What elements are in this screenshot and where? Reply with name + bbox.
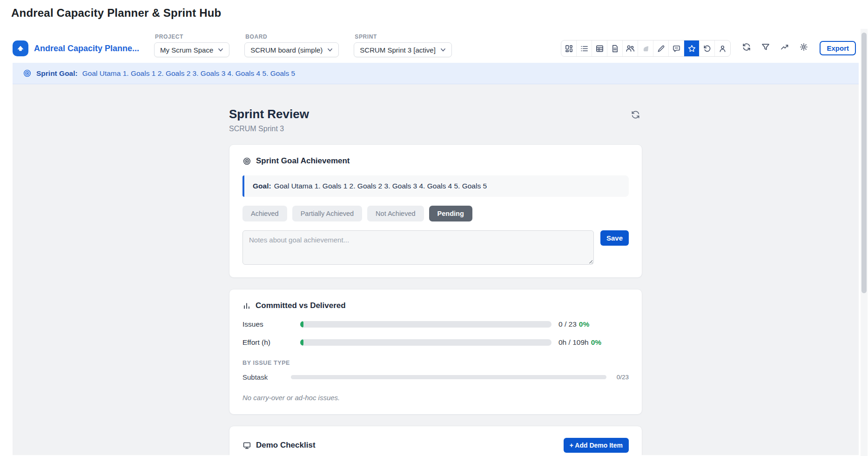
main-content: Sprint Review SCRUM Sprint 3 Sprint Goal… bbox=[13, 84, 859, 455]
table-view-icon[interactable] bbox=[592, 40, 607, 56]
goal-notes-textarea[interactable] bbox=[242, 230, 594, 265]
status-achieved-button[interactable]: Achieved bbox=[242, 206, 287, 221]
review-title: Sprint Review bbox=[229, 107, 309, 121]
effort-percent: 0% bbox=[591, 338, 601, 347]
issues-value: 0 / 23 bbox=[558, 320, 577, 329]
subtask-label: Subtask bbox=[242, 373, 291, 381]
view-icon-group bbox=[561, 40, 731, 57]
project-selector-group: PROJECT My Scrum Space bbox=[154, 34, 229, 57]
subtask-progress-row: Subtask 0/23 bbox=[242, 373, 629, 381]
sprint-goal-banner: Sprint Goal: Goal Utama 1. Goals 1 2. Go… bbox=[13, 63, 859, 84]
document-icon[interactable] bbox=[607, 40, 623, 56]
subtask-value: 0/23 bbox=[617, 374, 629, 381]
page-title: Andreal Capacity Planner & Sprint Hub bbox=[11, 7, 868, 20]
app-logo-icon bbox=[13, 40, 28, 56]
review-header: Sprint Review SCRUM Sprint 3 bbox=[229, 107, 642, 133]
history-undo-icon[interactable] bbox=[700, 40, 715, 56]
sprint-goal-achievement-card: Sprint Goal Achievement Goal:Goal Utama … bbox=[229, 144, 642, 278]
app-toolbar: Andreal Capacity Planne... PROJECT My Sc… bbox=[13, 34, 856, 63]
goal-notes-row: Save bbox=[242, 230, 629, 265]
save-button[interactable]: Save bbox=[600, 230, 629, 246]
review-refresh-icon[interactable] bbox=[629, 108, 642, 121]
filter-icon[interactable] bbox=[761, 42, 770, 52]
comment-icon[interactable] bbox=[669, 40, 684, 56]
export-button[interactable]: Export bbox=[820, 41, 856, 55]
sprint-selector-group: SPRINT SCRUM Sprint 3 [active] bbox=[354, 34, 452, 57]
sprint-goal-text: Goal Utama 1. Goals 1 2. Goals 2 3. Goal… bbox=[82, 69, 296, 78]
brand-name: Andreal Capacity Planne... bbox=[34, 44, 139, 54]
edit-pencil-icon[interactable] bbox=[653, 40, 669, 56]
target-icon bbox=[23, 69, 32, 78]
trend-chart-icon[interactable] bbox=[780, 42, 789, 52]
sprint-select[interactable]: SCRUM Sprint 3 [active] bbox=[354, 42, 452, 57]
chevron-down-icon bbox=[218, 47, 223, 53]
toolbar-icons: Export bbox=[561, 40, 856, 57]
scrollbar-thumb[interactable] bbox=[861, 33, 867, 293]
person-icon[interactable] bbox=[715, 40, 730, 56]
committed-card-title: Committed vs Delivered bbox=[256, 301, 346, 310]
settings-gear-icon[interactable] bbox=[799, 42, 808, 52]
sprint-select-value: SCRUM Sprint 3 [active] bbox=[360, 46, 436, 54]
project-label: PROJECT bbox=[155, 34, 229, 40]
goal-quote-box: Goal:Goal Utama 1. Goals 1 2. Goals 2 3.… bbox=[242, 175, 629, 197]
goal-card-title: Sprint Goal Achievement bbox=[256, 156, 350, 166]
chevron-down-icon bbox=[327, 47, 333, 53]
brand[interactable]: Andreal Capacity Planne... bbox=[13, 40, 139, 56]
issues-percent: 0% bbox=[579, 320, 589, 329]
secondary-icons bbox=[742, 42, 808, 52]
star-favorite-icon[interactable] bbox=[684, 40, 700, 56]
effort-progress-row: Effort (h) 0h / 109h 0% bbox=[242, 338, 629, 347]
dashboard-grid-icon[interactable] bbox=[561, 40, 577, 56]
goal-text: Goal Utama 1. Goals 1 2. Goals 2 3. Goal… bbox=[274, 182, 487, 190]
monitor-icon bbox=[242, 441, 251, 450]
by-issue-type-label: BY ISSUE TYPE bbox=[242, 360, 629, 366]
board-select[interactable]: SCRUM board (simple) bbox=[244, 42, 339, 57]
demo-card-title: Demo Checklist bbox=[256, 441, 316, 450]
goal-label: Goal: bbox=[253, 182, 271, 190]
carryover-empty-note: No carry-over or ad-hoc issues. bbox=[242, 394, 629, 402]
project-select-value: My Scrum Space bbox=[160, 46, 213, 54]
chevron-down-icon bbox=[440, 47, 446, 53]
status-not-achieved-button[interactable]: Not Achieved bbox=[367, 206, 424, 221]
status-partially-achieved-button[interactable]: Partially Achieved bbox=[292, 206, 362, 221]
issues-progress-bar bbox=[300, 321, 552, 328]
team-members-icon[interactable] bbox=[623, 40, 638, 56]
demo-checklist-card: Demo Checklist + Add Demo Item No demo i… bbox=[229, 426, 642, 455]
review-subtitle: SCRUM Sprint 3 bbox=[229, 125, 309, 133]
subtask-progress-bar bbox=[291, 375, 606, 379]
project-select[interactable]: My Scrum Space bbox=[154, 42, 229, 57]
bar-chart-icon bbox=[242, 302, 251, 310]
committed-vs-delivered-card: Committed vs Delivered Issues 0 / 23 0% … bbox=[229, 289, 642, 415]
sprint-label: SPRINT bbox=[355, 34, 452, 40]
board-select-value: SCRUM board (simple) bbox=[250, 46, 323, 54]
issues-progress-row: Issues 0 / 23 0% bbox=[242, 320, 629, 329]
board-label: BOARD bbox=[245, 34, 339, 40]
target-icon bbox=[242, 157, 251, 166]
effort-progress-bar bbox=[300, 339, 552, 346]
disabled-tool-icon bbox=[638, 40, 653, 56]
add-demo-item-button[interactable]: + Add Demo Item bbox=[564, 438, 629, 453]
status-pending-button[interactable]: Pending bbox=[429, 206, 472, 221]
issues-label: Issues bbox=[242, 320, 300, 329]
goal-status-row: Achieved Partially Achieved Not Achieved… bbox=[242, 206, 629, 221]
sprint-goal-label: Sprint Goal: bbox=[36, 69, 78, 78]
list-view-icon[interactable] bbox=[577, 40, 592, 56]
refresh-icon[interactable] bbox=[742, 42, 751, 52]
effort-label: Effort (h) bbox=[242, 338, 300, 347]
effort-value: 0h / 109h bbox=[558, 338, 589, 347]
board-selector-group: BOARD SCRUM board (simple) bbox=[244, 34, 339, 57]
